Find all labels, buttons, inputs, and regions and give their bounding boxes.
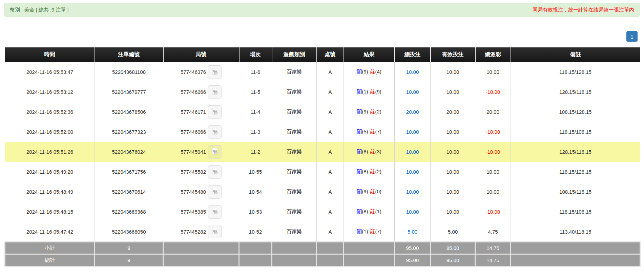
video-replay-button[interactable]	[208, 205, 222, 219]
video-replay-icon	[211, 127, 219, 136]
page: 幣別 : 美金 | 總共 :9 注單 | 同局有效投注，統一計算在該局第一張注單…	[0, 0, 644, 267]
total-bet-link[interactable]: 5.00	[408, 229, 417, 235]
player-score: (9)	[362, 109, 368, 114]
bet-id-cell: 522043671756	[95, 162, 163, 182]
total-bet-cell: 10.00	[395, 62, 431, 82]
table-row: 2024-11-16 05:49:20522043671756577445582…	[5, 162, 640, 182]
subtotal-empty-round-id	[163, 242, 239, 254]
banker-result-label: 莊	[370, 69, 375, 74]
total-bet-link[interactable]: 10.00	[406, 169, 419, 175]
round-id-cell: 577445480	[163, 182, 239, 202]
bet-id-cell: 522043670614	[95, 182, 163, 202]
round-id-text: 577446171	[181, 109, 206, 115]
video-replay-button[interactable]	[208, 225, 222, 238]
table-row: 2024-11-16 05:48:49522043670614577445480…	[5, 182, 640, 202]
remark-cell: 128.15/118.15	[511, 82, 640, 102]
total-bet-link[interactable]: 10.00	[406, 149, 419, 155]
table-row: 2024-11-16 05:53:12522043679777577446266…	[5, 82, 640, 102]
result-cell: 閒(8)莊(2)	[344, 162, 395, 182]
subtotal-payout: 14.75	[475, 242, 511, 254]
total-bet-link[interactable]: 10.00	[406, 189, 419, 195]
video-replay-button[interactable]	[208, 125, 222, 139]
valid-bet-cell: 10.00	[431, 162, 475, 182]
video-replay-icon	[211, 187, 219, 196]
video-replay-button[interactable]	[208, 105, 222, 119]
subtotal-total-bet: 95.00	[395, 242, 431, 254]
valid-bet-cell: 10.00	[431, 182, 475, 202]
payout-cell: 10.00	[475, 162, 511, 182]
banker-result-label: 莊	[370, 129, 375, 134]
banker-score: (2)	[375, 109, 381, 114]
subtotal-count: 9	[95, 242, 163, 254]
result-cell: 閒(9)莊(0)	[344, 182, 395, 202]
valid-bet-cell: 10.00	[431, 62, 475, 82]
grand-total-label: 總計	[5, 254, 95, 266]
game-type-cell: 百家樂	[272, 82, 317, 102]
bet-id-cell: 522043669368	[95, 202, 163, 222]
grand-total-empty-result	[344, 254, 395, 266]
time-cell: 2024-11-16 05:53:12	[5, 82, 95, 102]
total-bet-cell: 10.00	[395, 202, 431, 222]
remark-cell: 118.15/108.15	[511, 122, 640, 142]
result-cell: 閒(8)莊(1)	[344, 202, 395, 222]
round-id-cell: 577446266	[163, 82, 239, 102]
total-bet-cell: 10.00	[395, 142, 431, 162]
game-type-cell: 百家樂	[272, 142, 317, 162]
total-bet-link[interactable]: 10.00	[406, 129, 419, 135]
subtotal-valid-bet: 95.00	[431, 242, 475, 254]
pagination: 1	[4, 31, 640, 42]
table-no-cell: A	[317, 102, 344, 122]
game-type-cell: 百家樂	[272, 222, 317, 242]
table-no-cell: A	[317, 222, 344, 242]
game-type-cell: 百家樂	[272, 182, 317, 202]
valid-bet-cell: 10.00	[431, 142, 475, 162]
game-type-cell: 百家樂	[272, 122, 317, 142]
remark-cell: 128.15/118.15	[511, 142, 640, 162]
total-bet-cell: 20.00	[395, 102, 431, 122]
banker-result-label: 莊	[370, 229, 375, 234]
total-bet-link[interactable]: 10.00	[406, 69, 419, 75]
game-type-cell: 百家樂	[272, 62, 317, 82]
bet-id-cell: 522043681108	[95, 62, 163, 82]
payout-cell: 10.00	[475, 182, 511, 202]
video-replay-button[interactable]	[208, 65, 222, 79]
payout-cell: -10.00	[475, 142, 511, 162]
table-row: 2024-11-16 05:52:00522043677323577446066…	[5, 122, 640, 142]
game-type-cell: 百家樂	[272, 162, 317, 182]
banker-score: (3)	[375, 149, 381, 154]
result-cell: 閒(8)莊(3)	[344, 142, 395, 162]
round-id-cell: 577446066	[163, 122, 239, 142]
video-replay-button[interactable]	[208, 145, 222, 159]
player-score: (1)	[362, 229, 368, 234]
payout-cell: -10.00	[475, 122, 511, 142]
valid-bet-cell: 10.00	[431, 202, 475, 222]
total-bet-link[interactable]: 10.00	[406, 89, 419, 95]
result-cell: 閒(5)莊(7)	[344, 122, 395, 142]
player-result-label: 閒	[357, 89, 362, 94]
player-score: (9)	[362, 189, 368, 194]
total-bet-cell: 10.00	[395, 82, 431, 102]
player-score: (5)	[362, 129, 368, 134]
time-cell: 2024-11-16 05:51:26	[5, 142, 95, 162]
video-replay-icon	[211, 207, 219, 216]
round-id-text: 577445385	[181, 209, 206, 215]
session-cell: 11-3	[239, 122, 272, 142]
payout-cell: -10.00	[475, 202, 511, 222]
video-replay-icon	[211, 227, 219, 236]
total-bet-link[interactable]: 10.00	[406, 209, 419, 215]
banker-result-label: 莊	[370, 149, 375, 154]
round-id-cell: 577446376	[163, 62, 239, 82]
video-replay-button[interactable]	[208, 185, 222, 199]
video-replay-button[interactable]	[208, 85, 222, 99]
video-replay-button[interactable]	[208, 165, 222, 179]
page-1-button[interactable]: 1	[626, 31, 638, 42]
player-score: (1)	[362, 89, 368, 94]
session-cell: 10-54	[239, 182, 272, 202]
time-cell: 2024-11-16 05:53:47	[5, 62, 95, 82]
banker-result-label: 莊	[370, 89, 375, 94]
total-bet-cell: 10.00	[395, 182, 431, 202]
time-cell: 2024-11-16 05:52:00	[5, 122, 95, 142]
column-header-session: 場次	[239, 47, 272, 62]
round-id-cell: 577445385	[163, 202, 239, 222]
total-bet-link[interactable]: 20.00	[406, 109, 419, 115]
